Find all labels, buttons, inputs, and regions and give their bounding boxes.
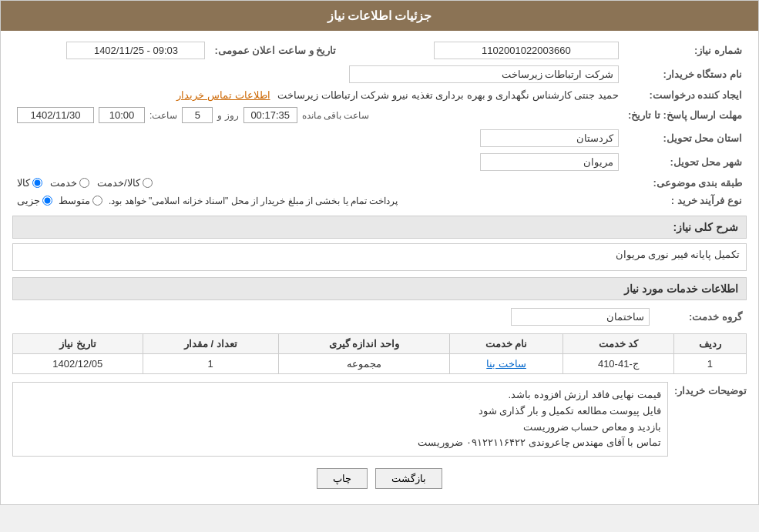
category-label-goods-service: کالا/خدمت bbox=[97, 177, 140, 189]
process-label-partial: جزیی bbox=[17, 195, 40, 206]
province-label: استان محل تحویل: bbox=[623, 126, 747, 150]
col-row-num: ردیف bbox=[673, 334, 746, 354]
back-button[interactable]: بازگشت bbox=[375, 468, 442, 489]
announcement-datetime-value: 1402/11/25 - 09:03 bbox=[66, 42, 205, 59]
buyer-notes-section: توضیحات خریدار: قیمت نهایی فاقد ارزش افز… bbox=[12, 382, 747, 457]
col-service-name: نام خدمت bbox=[450, 334, 563, 354]
need-description-section-header: شرح کلی نیاز: bbox=[12, 216, 747, 239]
buyer-station-value: شرکت ارتباطات زیرساخت bbox=[349, 65, 619, 83]
services-table: ردیف کد خدمت نام خدمت واحد اندازه گیری ت… bbox=[12, 333, 747, 374]
col-quantity: تعداد / مقدار bbox=[143, 334, 278, 354]
need-number-label: شماره نیاز: bbox=[623, 38, 747, 62]
process-option-medium[interactable]: متوسط bbox=[59, 195, 102, 206]
city-value: مریوان bbox=[480, 153, 619, 171]
response-deadline-label: مهلت ارسال پاسخ: تا تاریخ: bbox=[623, 104, 747, 126]
city-label: شهر محل تحویل: bbox=[623, 150, 747, 174]
process-type-label: نوع فرآیند خرید : bbox=[623, 192, 747, 209]
response-date-value: 1402/11/30 bbox=[17, 107, 94, 123]
services-section-label: اطلاعات خدمات مورد نیاز bbox=[624, 283, 738, 295]
cell-row-num: 1 bbox=[673, 354, 746, 374]
process-label-medium: متوسط bbox=[59, 195, 90, 206]
category-option-goods-service[interactable]: کالا/خدمت bbox=[97, 177, 153, 189]
buyer-note-line-1: قیمت نهایی فاقد ارزش افزوده باشد. bbox=[19, 387, 661, 403]
process-radio-medium[interactable] bbox=[92, 196, 102, 206]
announcement-label: تاریخ و ساعت اعلان عمومی: bbox=[210, 38, 341, 62]
table-row: 1 ج-41-410 ساخت بنا مجموعه 1 1402/12/05 bbox=[13, 354, 747, 374]
process-description: پرداخت تمام یا بخشی از مبلغ خریدار از مح… bbox=[109, 196, 398, 206]
col-unit: واحد اندازه گیری bbox=[278, 334, 449, 354]
category-label-service: خدمت bbox=[50, 177, 77, 189]
need-description-box: تکمیل پایانه فیبر نوری مریوان bbox=[12, 243, 747, 271]
col-service-code: کد خدمت bbox=[563, 334, 673, 354]
days-value: 5 bbox=[182, 107, 213, 123]
process-option-partial[interactable]: جزیی bbox=[17, 195, 52, 206]
time-label: ساعت: bbox=[149, 110, 177, 121]
cell-service-code: ج-41-410 bbox=[563, 354, 673, 374]
category-radio-goods[interactable] bbox=[32, 178, 42, 188]
category-option-goods[interactable]: کالا bbox=[17, 177, 42, 189]
service-group-label: گروه خدمت: bbox=[654, 305, 747, 329]
buyer-note-line-3: بازدید و معاص حساب ضروریست bbox=[19, 420, 661, 436]
need-description-value: تکمیل پایانه فیبر نوری مریوان bbox=[616, 249, 740, 260]
cell-unit: مجموعه bbox=[278, 354, 449, 374]
requester-name: حمید جنتی کارشناس نگهداری و بهره برداری … bbox=[277, 89, 619, 101]
time-value: 10:00 bbox=[99, 107, 145, 123]
need-number-value: 1102001022003660 bbox=[434, 42, 619, 59]
action-buttons: بازگشت چاپ bbox=[12, 468, 747, 489]
print-button[interactable]: چاپ bbox=[317, 468, 368, 489]
col-date: تاریخ نیاز bbox=[13, 334, 143, 354]
need-description-label: شرح کلی نیاز: bbox=[673, 221, 738, 233]
days-label: روز و bbox=[217, 110, 238, 121]
page-header: جزئیات اطلاعات نیاز bbox=[1, 1, 758, 31]
remaining-time-value: 00:17:35 bbox=[243, 107, 297, 123]
cell-date: 1402/12/05 bbox=[13, 354, 143, 374]
services-section-header: اطلاعات خدمات مورد نیاز bbox=[12, 277, 747, 300]
process-radio-partial[interactable] bbox=[42, 196, 52, 206]
category-label: طبقه بندی موضوعی: bbox=[623, 174, 747, 192]
buyer-notes-box: قیمت نهایی فاقد ارزش افزوده باشد. فایل پ… bbox=[12, 382, 668, 457]
service-group-value: ساختمان bbox=[511, 308, 650, 326]
category-radio-goods-service[interactable] bbox=[143, 178, 153, 188]
buyer-note-line-4: تماس با آقای مهندس چاعروندی ۰۹۱۲۲۱۱۶۴۲۲ … bbox=[19, 435, 661, 451]
buyer-note-line-2: فایل پیوست مطالعه تکمیل و بار گذاری شود bbox=[19, 403, 661, 420]
cell-service-name[interactable]: ساخت بنا bbox=[450, 354, 563, 374]
buyer-notes-label: توضیحات خریدار: bbox=[674, 382, 747, 457]
buyer-station-label: نام دستگاه خریدار: bbox=[623, 62, 747, 86]
page-title: جزئیات اطلاعات نیاز bbox=[327, 9, 432, 22]
contact-info-link[interactable]: اطلاعات تماس خریدار bbox=[176, 89, 270, 101]
category-label-goods: کالا bbox=[17, 177, 30, 189]
remaining-hours-label: ساعت باقی مانده bbox=[302, 110, 370, 121]
requester-label: ایجاد کننده درخواست: bbox=[623, 86, 747, 104]
category-option-service[interactable]: خدمت bbox=[50, 177, 89, 189]
cell-quantity: 1 bbox=[143, 354, 278, 374]
category-radio-service[interactable] bbox=[79, 178, 89, 188]
province-value: کردستان bbox=[480, 129, 619, 147]
